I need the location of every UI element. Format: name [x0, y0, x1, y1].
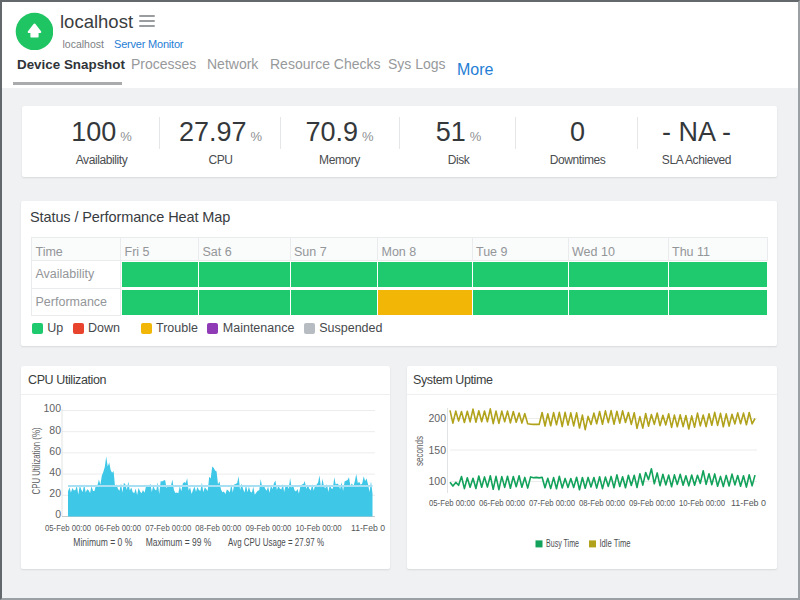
svg-text:seconds: seconds [414, 436, 425, 466]
svg-text:100: 100 [428, 475, 446, 487]
svg-text:11-Feb 0: 11-Feb 0 [731, 497, 766, 508]
svg-text:10-Feb 00:00: 10-Feb 00:00 [679, 497, 725, 508]
svg-text:Avg CPU Usage = 27.97 %: Avg CPU Usage = 27.97 % [228, 536, 324, 548]
svg-text:07-Feb 00:00: 07-Feb 00:00 [145, 522, 191, 533]
svg-text:60: 60 [49, 445, 61, 457]
svg-text:0: 0 [55, 508, 61, 520]
svg-text:09-Feb 00:00: 09-Feb 00:00 [629, 497, 675, 508]
svg-text:80: 80 [49, 424, 61, 436]
svg-text:100: 100 [43, 402, 61, 414]
svg-text:Idle Time: Idle Time [600, 537, 631, 549]
svg-text:40: 40 [49, 466, 61, 478]
svg-text:08-Feb 00:00: 08-Feb 00:00 [195, 522, 241, 533]
svg-text:05-Feb 00:00: 05-Feb 00:00 [45, 522, 91, 533]
svg-text:200: 200 [428, 412, 446, 424]
svg-text:05-Feb 00:00: 05-Feb 00:00 [429, 497, 475, 508]
svg-text:06-Feb 00:00: 06-Feb 00:00 [479, 497, 525, 508]
svg-text:Minimum = 0 %: Minimum = 0 % [73, 536, 132, 548]
svg-text:10-Feb 00:00: 10-Feb 00:00 [296, 522, 342, 533]
svg-text:150: 150 [428, 444, 446, 456]
svg-text:06-Feb 00:00: 06-Feb 00:00 [95, 522, 141, 533]
svg-text:07-Feb 00:00: 07-Feb 00:00 [529, 497, 575, 508]
svg-text:08-Feb 00:00: 08-Feb 00:00 [579, 497, 625, 508]
svg-text:09-Feb 00:00: 09-Feb 00:00 [245, 522, 291, 533]
svg-text:11-Feb 0: 11-Feb 0 [351, 522, 385, 533]
svg-text:Maximum = 99 %: Maximum = 99 % [146, 536, 212, 548]
svg-text:Busy Time: Busy Time [546, 537, 579, 549]
svg-text:20: 20 [49, 487, 61, 499]
svg-text:CPU Utilization (%): CPU Utilization (%) [31, 428, 42, 495]
